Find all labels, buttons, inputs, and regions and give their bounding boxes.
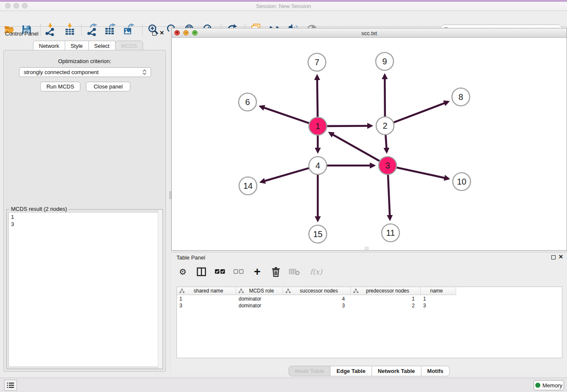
table-tabs: Node TableEdge TableNetwork TableMotifs [171,366,567,376]
node-label-9: 9 [382,57,387,66]
table-cell[interactable]: dominator [236,302,283,309]
float-table-panel-icon[interactable] [551,255,556,259]
close-panel-icon[interactable]: ✕ [160,30,164,36]
add-column-icon[interactable]: + [251,265,264,278]
table-cell[interactable]: 2 [351,302,421,309]
edge-3-10[interactable] [396,168,448,179]
close-panel-button[interactable]: Close panel [86,82,130,91]
table-row[interactable]: 1dominator411 [177,295,456,302]
control-panel-header: Control Panel ✕ [0,28,169,40]
table-row[interactable]: 3dominator323 [177,302,456,309]
table-cell[interactable]: 1 [421,295,456,302]
edge-2-3[interactable] [385,135,387,152]
criterion-value: strongly connected component [24,69,99,75]
mcds-result-textarea[interactable]: 1 3 [8,212,161,367]
main-toolbar [0,11,567,27]
status-bar: Memory [0,378,567,392]
network-window-title: scc.txt [172,30,567,36]
list-icon [7,382,14,388]
network-graph[interactable]: 7968124314101511 [172,38,567,250]
title-bar: Session: New Session [0,0,567,11]
node-label-7: 7 [314,58,319,67]
table-options-icon[interactable]: ⚙ [176,265,189,278]
edge-3-1[interactable] [330,133,380,161]
edge-1-6[interactable] [260,106,309,123]
network-canvas[interactable]: 7968124314101511 [172,38,567,250]
node-label-14: 14 [243,181,253,190]
memory-status-icon [535,383,540,388]
tab-edge-table[interactable]: Edge Table [330,366,372,376]
edge-3-11[interactable] [388,175,390,219]
mcds-result-group: MCDS result (2 nodes) 1 3 [6,209,163,369]
memory-button[interactable]: Memory [534,380,564,390]
window-title: Session: New Session [0,3,567,9]
mcds-tab-content: Optimization criterion: strongly connect… [3,50,166,372]
run-mcds-button[interactable]: Run MCDS [40,82,80,91]
edge-1-2[interactable] [327,126,372,126]
node-label-15: 15 [313,229,322,239]
column-header-shared-name[interactable]: shared name [177,287,236,295]
table-panel-title: Table Panel [176,254,205,261]
edge-2-9[interactable] [385,75,385,116]
table-cell[interactable]: 3 [421,302,456,309]
delete-column-icon[interactable] [270,265,282,278]
canvas-resize-grip[interactable] [365,247,369,250]
edge-1-7[interactable] [317,76,317,117]
node-label-4: 4 [315,161,320,170]
table-cell[interactable]: 4 [283,295,351,302]
task-history-button[interactable] [4,380,17,391]
node-label-8: 8 [458,92,463,102]
table-cell[interactable]: 3 [177,302,236,309]
mcds-result-title: MCDS result (2 nodes) [9,206,69,212]
column-header-predecessor-nodes[interactable]: predecessor nodes [351,287,421,295]
table-header-row: shared nameMCDS rolesuccessor nodesprede… [177,287,456,295]
table-cell[interactable]: 1 [351,295,421,302]
network-window-titlebar[interactable]: ✕ − + scc.txt [172,28,567,38]
result-scrollbar[interactable] [158,210,162,369]
node-label-11: 11 [386,228,395,237]
dropdown-stepper-icon [143,69,146,75]
node-label-6: 6 [245,97,250,107]
node-label-10: 10 [457,177,466,186]
node-label-3: 3 [385,161,390,170]
memory-label: Memory [542,382,562,389]
table-cell[interactable]: 3 [283,302,351,309]
tab-network-table[interactable]: Network Table [372,366,421,376]
select-all-rows-icon[interactable] [214,265,226,278]
close-table-panel-icon[interactable]: ✕ [559,254,563,260]
table-cell[interactable]: dominator [236,295,283,302]
tab-node-table[interactable]: Node Table [289,366,330,376]
table-toolbar: ⚙ + f(x) [176,263,325,280]
tab-motifs[interactable]: Motifs [421,366,450,376]
table-panel: Table Panel ✕ ⚙ + f(x) shared nameM [171,252,567,374]
edge-2-8[interactable] [394,102,449,122]
network-view-window: ✕ − + scc.txt 7968124314101511 [171,28,567,251]
criterion-dropdown[interactable]: strongly connected component [19,67,151,77]
optimization-criterion-label: Optimization criterion: [4,58,165,64]
float-panel-icon[interactable] [152,31,157,36]
application-window: Session: New Session [0,0,567,392]
control-panel-title: Control Panel [5,30,39,37]
show-columns-icon[interactable] [195,265,208,278]
column-header-MCDS-role[interactable]: MCDS role [236,287,283,295]
column-header-name[interactable]: name [421,287,456,295]
node-table[interactable]: shared nameMCDS rolesuccessor nodesprede… [176,287,562,358]
delete-table-icon[interactable] [288,265,301,278]
unselect-all-rows-icon[interactable] [232,265,245,278]
function-builder-icon[interactable]: f(x) [307,265,325,278]
node-label-2: 2 [383,121,387,130]
table-cell[interactable]: 1 [177,295,236,302]
edge-4-14[interactable] [261,168,309,182]
titlebar-accent-strip [0,0,567,2]
node-label-1: 1 [315,121,320,131]
column-header-successor-nodes[interactable]: successor nodes [283,287,351,295]
